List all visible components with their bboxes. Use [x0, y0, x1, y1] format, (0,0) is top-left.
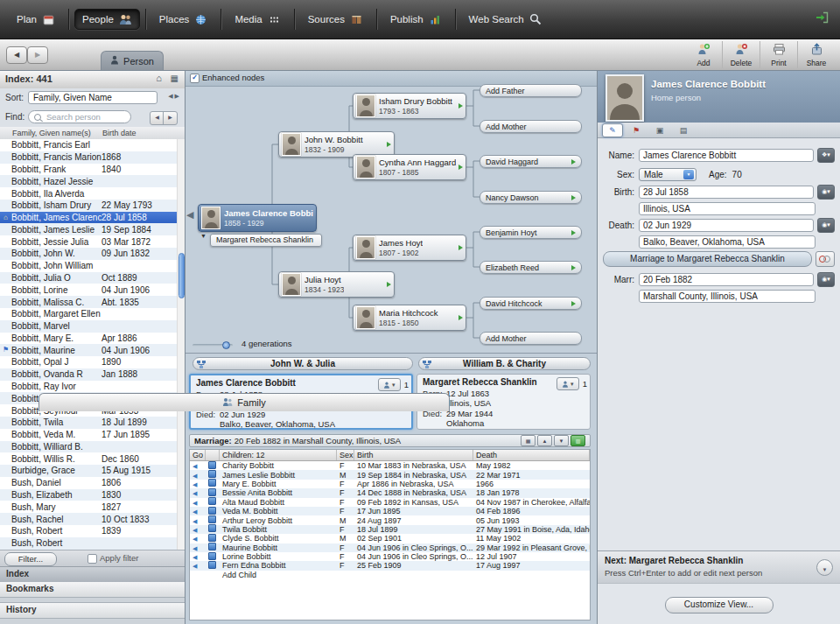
add-mother-button[interactable]: Add Mother	[480, 120, 582, 133]
tree-node-julia-hoyt[interactable]: Julia Hoyt 1834 - 1923	[278, 271, 395, 298]
tree-node-isham-drury-bobbitt[interactable]: Isham Drury Bobbitt 1793 - 1863	[353, 93, 466, 119]
edit-person-icon[interactable]	[208, 561, 216, 569]
tab-people[interactable]: People	[74, 9, 140, 30]
person-row[interactable]: Bobbitt, Opal J 1890	[0, 356, 185, 368]
tree-node-james-hoyt[interactable]: James Hoyt 1807 - 1902	[353, 235, 466, 261]
child-row[interactable]: Twila Bobbitt F 18 Jul 1899 27 May 1991 …	[190, 525, 590, 534]
notes-tab[interactable]	[673, 123, 694, 137]
edit-person-icon[interactable]	[208, 515, 216, 523]
person-row[interactable]: Bobbitt, Ila Alverda	[0, 187, 185, 200]
marriage-date-field[interactable]	[639, 273, 814, 286]
tree-node-margaret-rebecca-shanklin[interactable]: Margaret Rebecca Shanklin	[210, 234, 322, 247]
edit-person-icon[interactable]	[208, 479, 216, 487]
person-row[interactable]: Bobbitt, Willis R. Dec 1860	[0, 452, 185, 465]
person-row[interactable]: Bobbitt, Lorine 04 Jun 1906	[0, 284, 185, 296]
go-to-person-icon[interactable]	[192, 543, 197, 552]
edit-person-icon[interactable]	[208, 488, 216, 496]
child-row[interactable]: James Leslie Bobbitt M 19 Sep 1884 in Ne…	[190, 470, 590, 479]
column-sex[interactable]: Sex	[337, 450, 354, 460]
mother-parents-header[interactable]: William B. & Charity	[418, 357, 591, 370]
go-arrow-icon[interactable]	[387, 142, 391, 147]
person-row[interactable]: Bobbitt, Malissa C. Abt. 1835	[0, 296, 185, 308]
child-row[interactable]: Alta Maud Bobbitt F 09 Feb 1892 in Kansa…	[190, 498, 590, 507]
tree-node-james-clarence-bobbitt-selected[interactable]: James Clarence Bobbitt 1858 - 1929	[198, 204, 317, 232]
child-row[interactable]: Fern Edna Bobbitt F 25 Feb 1909 17 Aug 1…	[190, 561, 590, 570]
person-row[interactable]: Bobbitt, Veda M. 17 Jun 1895	[0, 429, 185, 441]
go-arrow-icon[interactable]	[458, 103, 463, 109]
expand-button[interactable]	[570, 435, 585, 446]
edit-person-icon[interactable]	[208, 461, 216, 469]
add-father-button[interactable]: Add Father	[480, 84, 582, 97]
filter-button[interactable]: Filter...	[4, 552, 57, 566]
marriage-place-field[interactable]	[639, 290, 816, 303]
person-row[interactable]: Bush, Elizabeth 1830	[0, 489, 185, 501]
person-row[interactable]: Bobbitt, Mary E. Apr 1886	[0, 333, 185, 345]
sources-tab[interactable]	[626, 123, 647, 137]
go-to-person-icon[interactable]	[192, 561, 197, 570]
person-row[interactable]: Burbidge, Grace 15 Aug 1915	[0, 465, 185, 477]
share-button[interactable]: Share	[797, 41, 835, 68]
person-row[interactable]: Bush, Robert	[0, 537, 185, 550]
person-row[interactable]: Bobbitt, James Leslie 19 Sep 1884	[0, 223, 185, 235]
person-row[interactable]: Bobbitt, Margaret Ellen	[0, 308, 185, 320]
child-row[interactable]: Lorine Bobbitt F 04 Jun 1906 in Cleo Spr…	[190, 552, 590, 561]
child-row[interactable]: Clyde S. Bobbitt M 02 Sep 1901 11 May 19…	[190, 534, 590, 543]
find-next-button[interactable]	[163, 111, 178, 125]
go-to-person-icon[interactable]	[192, 461, 197, 470]
father-parents-header[interactable]: John W. & Julia	[192, 357, 413, 370]
tree-node-cyntha-ann-haggard[interactable]: Cyntha Ann Haggard 1807 - 1885	[353, 154, 466, 180]
person-portrait[interactable]	[606, 74, 644, 122]
tree-node-elizabeth-reed[interactable]: Elizabeth Reed	[480, 261, 582, 274]
accordion-history[interactable]: History	[0, 602, 185, 619]
birth-place-field[interactable]	[639, 202, 816, 215]
tab-family-view[interactable]: Family	[38, 393, 450, 411]
person-row[interactable]: Bush, Daniel 1806	[0, 477, 185, 489]
column-death[interactable]: Death	[473, 450, 590, 460]
person-row[interactable]: Bobbitt, Twila 18 Jul 1899	[0, 417, 185, 429]
accordion-bookmarks[interactable]: Bookmarks	[0, 582, 185, 598]
death-date-field[interactable]	[639, 219, 814, 232]
print-button[interactable]: Print	[760, 41, 797, 68]
home-icon[interactable]	[156, 73, 162, 83]
edit-person-icon[interactable]	[208, 507, 216, 515]
name-field[interactable]	[639, 149, 814, 162]
go-arrow-icon[interactable]	[458, 315, 463, 320]
edit-person-icon[interactable]	[208, 534, 216, 542]
delete-button[interactable]: Delete	[722, 41, 760, 68]
tree-node-nancy-dawson[interactable]: Nancy Dawson	[480, 191, 582, 204]
move-down-button[interactable]	[554, 435, 569, 446]
go-arrow-icon[interactable]	[387, 282, 391, 287]
person-row[interactable]: Bobbitt, Marvel	[0, 320, 185, 333]
edit-person-icon[interactable]	[208, 543, 216, 550]
child-row[interactable]: Veda M. Bobbitt F 17 Jun 1895 04 Feb 189…	[190, 507, 590, 515]
person-row[interactable]: Bobbitt, Jessie Julia 03 Mar 1872	[0, 235, 185, 248]
tab-sources[interactable]: Sources	[300, 9, 371, 30]
marriage-section-header[interactable]: Marriage to Margaret Rebecca Shanklin	[603, 251, 812, 267]
column-birth-date[interactable]: Birth date	[102, 129, 136, 137]
add-child-row[interactable]: Add Child	[190, 571, 590, 579]
person-menu-button[interactable]	[378, 378, 401, 391]
back-button[interactable]	[6, 46, 27, 64]
column-birth[interactable]: Birth	[354, 450, 473, 460]
person-row[interactable]: Bobbitt, Ovanda R Jan 1888	[0, 368, 185, 381]
edit-person-icon[interactable]	[208, 470, 216, 478]
go-to-person-icon[interactable]	[192, 525, 197, 534]
birth-date-field[interactable]	[639, 186, 814, 199]
person-row[interactable]: Bobbitt, Francis Marion 1868	[0, 151, 185, 164]
go-to-person-icon[interactable]	[192, 480, 197, 488]
column-go[interactable]: Go	[190, 450, 206, 460]
person-row[interactable]: Bobbitt, Francis Earl	[0, 139, 185, 151]
go-to-person-icon[interactable]	[192, 507, 197, 515]
tab-web-search[interactable]: Web Search	[461, 9, 550, 30]
list-scrollbar[interactable]	[177, 139, 185, 550]
child-row[interactable]: Maurine Bobbitt F 04 Jun 1906 in Cleo Sp…	[190, 543, 590, 552]
child-row[interactable]: Bessie Anita Bobbitt F 14 Dec 1888 in Ne…	[190, 488, 590, 497]
person-row[interactable]: Bobbitt, John William	[0, 260, 185, 272]
tree-node-benjamin-hoyt[interactable]: Benjamin Hoyt	[480, 226, 582, 239]
death-place-field[interactable]	[639, 235, 816, 249]
go-to-person-icon[interactable]	[192, 534, 197, 543]
go-to-person-icon[interactable]	[192, 498, 197, 507]
tab-plan[interactable]: Plan	[9, 9, 63, 30]
accordion-index[interactable]: Index	[0, 566, 185, 583]
go-to-person-icon[interactable]	[192, 552, 197, 561]
